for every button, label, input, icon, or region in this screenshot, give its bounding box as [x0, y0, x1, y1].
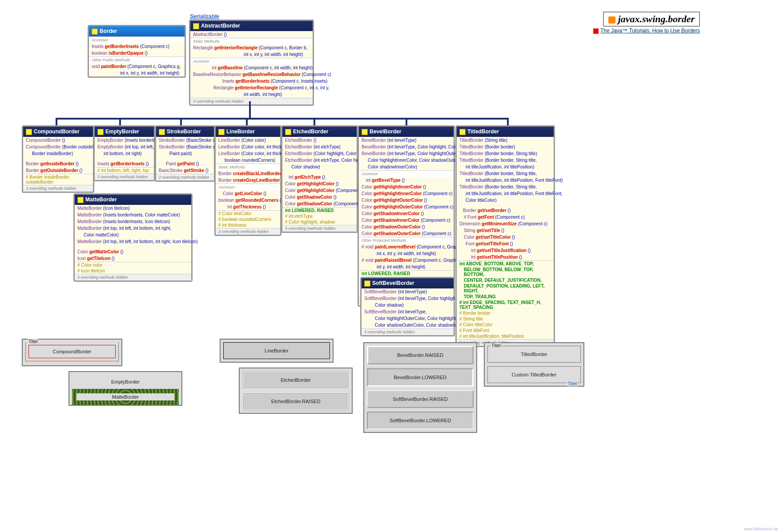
method-row[interactable]: Color getShadowInnerColor (Component c) [359, 217, 454, 224]
field-row: # boolean roundedCorners [216, 216, 280, 222]
method-row[interactable]: Rectangle getInteriorRectangle (Componen… [190, 44, 313, 51]
method-row[interactable]: BaselineResizeBehavior getBaselineResize… [190, 71, 313, 78]
ctor-row[interactable]: TitledBorder (String title) [457, 137, 554, 144]
method-row[interactable]: int getEtchType () [282, 174, 357, 180]
ctor-row[interactable]: TitledBorder (Border border, String titl… [457, 157, 554, 164]
ctor-row[interactable]: EtchedBorder (Color highlight, Color sha… [282, 150, 357, 157]
ctor-row[interactable]: EtchedBorder (int etchType) [282, 144, 357, 150]
titledborder-header[interactable]: TitledBorder [457, 127, 554, 137]
ctor-row[interactable]: EtchedBorder (int etchType, Color highli… [282, 157, 357, 164]
method-row[interactable]: String get/setTitle () [457, 227, 554, 234]
method-row[interactable]: boolean isBorderOpaque () [89, 50, 185, 56]
method-row[interactable]: # void paintRaisedBevel (Component c, Gr… [359, 257, 454, 264]
strokeborder-header[interactable]: StrokeBorder [156, 127, 214, 137]
method-row[interactable]: Color getHighlightInnerColor (Component … [359, 190, 454, 197]
method-row[interactable]: BasicStroke getStroke () [156, 167, 214, 174]
method-row[interactable]: int getBevelType () [359, 177, 454, 184]
const-row: int LOWERED, RAISED [282, 207, 357, 213]
method-row[interactable]: Border getInsideBorder () [23, 160, 93, 167]
demo-label: Custom TitledBorder [512, 372, 556, 377]
ctor-row[interactable]: TitledBorder (Border border) [457, 144, 554, 150]
softbevelborder-header[interactable]: SoftBevelBorder [362, 278, 454, 288]
ctor-row[interactable]: MatteBorder (int top, int left, int bott… [75, 225, 191, 232]
method-row[interactable]: Color getShadowColor (Component c) [282, 200, 357, 207]
matteborder-header[interactable]: MatteBorder [75, 195, 191, 205]
connector [314, 118, 315, 125]
method-row[interactable]: void paintBorder (Component c, Graphics … [89, 63, 185, 70]
ctor-row[interactable]: EmptyBorder (Insets borderInsets) [95, 137, 154, 144]
class-icon [285, 129, 291, 135]
method-row[interactable]: Color getShadowOuterColor () [359, 224, 454, 230]
compoundborder-header[interactable]: CompoundBorder [23, 127, 93, 137]
etchedborder-header[interactable]: EtchedBorder [282, 127, 357, 137]
bevelborder-header[interactable]: BevelBorder [359, 127, 454, 137]
method-row[interactable]: Rectangle getInteriorRectangle (Componen… [190, 84, 313, 91]
ctor-row[interactable]: CompoundBorder (Border outsideBorder, [23, 144, 93, 150]
method-row[interactable]: Color getHighlightInnerColor () [359, 184, 454, 190]
method-row[interactable]: Color getHighlightOuterColor () [359, 197, 454, 204]
method-row[interactable]: Border createBlackLineBorder () [216, 170, 280, 177]
ctor-cont: int titleJustification, int titlePositio… [457, 190, 554, 197]
ctor-row[interactable]: SoftBevelBorder (int bevelType, Color hi… [362, 295, 454, 302]
ctor-row[interactable]: BevelBorder (int bevelType, Color highli… [359, 150, 454, 157]
method-row[interactable]: Insets getBorderInsets () [95, 160, 154, 167]
method-row[interactable]: Color getLineColor () [216, 190, 280, 197]
ctor-cont: int titleJustification, int titlePositio… [457, 177, 554, 184]
method-row[interactable]: int get/setTitlePosition () [457, 254, 554, 260]
method-row[interactable]: Color getHighlightColor (Component c) [282, 187, 357, 194]
method-row[interactable]: Insets getBorderInsets (Component c, Ins… [190, 78, 313, 84]
method-row[interactable]: # Font getFont (Component c) [457, 214, 554, 220]
method-row[interactable]: Icon getTileIcon () [75, 255, 191, 262]
method-row[interactable]: Border createGrayLineBorder () [216, 177, 280, 184]
lineborder-header[interactable]: LineBorder [216, 127, 280, 137]
ctor-row[interactable]: TitledBorder (Border border, String titl… [457, 150, 554, 157]
method-row[interactable]: boolean getRoundedCorners () [216, 197, 280, 204]
ctor-row[interactable]: LineBorder (Color color, int thickness) [216, 144, 280, 150]
ctor-row[interactable]: MatteBorder (Insets borderInsets, Icon t… [75, 218, 191, 225]
field-row: # int bottom, left, right, top [95, 167, 154, 173]
border-header[interactable]: Border [89, 26, 185, 36]
method-row[interactable]: Color getShadowOuterColor (Component c) [359, 230, 454, 237]
tutorial-link[interactable]: The Java™ Tutorials: How to Use Borders [593, 28, 700, 34]
method-row[interactable]: Color getMatteColor () [75, 248, 191, 255]
method-row[interactable]: int get/setTitleJustification () [457, 247, 554, 254]
method-row[interactable]: Border getOutsideBorder () [23, 167, 93, 174]
method-row[interactable]: Font get/setTitleFont () [457, 240, 554, 247]
method-row[interactable]: # void paintLoweredBevel (Component c, G… [359, 244, 454, 250]
ctor-row[interactable]: LineBorder (Color color, int thickness, [216, 150, 280, 157]
ctor-row[interactable]: EtchedBorder () [282, 137, 357, 144]
method-row[interactable]: int getBaseline (Component c, int width,… [190, 64, 313, 71]
ctor-row[interactable]: SoftBevelBorder (int bevelType, [362, 308, 454, 315]
method-row[interactable]: Insets getBorderInsets (Component c) [89, 43, 185, 50]
emptyborder-header[interactable]: EmptyBorder [95, 127, 154, 137]
page-title: javax.swing.border [603, 12, 700, 27]
ctor-cont: Paint paint) [156, 150, 214, 157]
ctor-row[interactable]: StrokeBorder (BasicStroke stroke, [156, 144, 214, 150]
method-row[interactable]: Dimension getMinimumSize (Component c) [457, 220, 554, 227]
footer-hidden: 3 overriding methods hidden [362, 328, 454, 335]
ctor-row[interactable]: AbstractBorder () [190, 31, 313, 38]
ctor-row[interactable]: MatteBorder (int top, int left, int bott… [75, 238, 191, 245]
method-row[interactable]: Border get/setBorder () [457, 207, 554, 214]
abstractborder-header[interactable]: AbstractBorder [190, 21, 313, 31]
method-row[interactable]: Paint getPaint () [156, 160, 214, 167]
ctor-row[interactable]: TitledBorder (Border border, String titl… [457, 184, 554, 190]
ctor-row[interactable]: BevelBorder (int bevelType) [359, 137, 454, 144]
field-row: # Color lineColor [216, 210, 280, 216]
method-row[interactable]: Color get/setTitleColor () [457, 234, 554, 240]
ctor-row[interactable]: StrokeBorder (BasicStroke stroke) [156, 137, 214, 144]
ctor-row[interactable]: CompoundBorder () [23, 137, 93, 144]
ctor-row[interactable]: MatteBorder (Insets borderInsets, Color … [75, 212, 191, 218]
method-row[interactable]: Color getHighlightOuterColor (Component … [359, 204, 454, 210]
ctor-row[interactable]: BevelBorder (int bevelType, Color highli… [359, 144, 454, 150]
ctor-row[interactable]: LineBorder (Color color) [216, 137, 280, 144]
method-row[interactable]: Color getShadowInnerColor () [359, 210, 454, 217]
titledborder-name: TitledBorder [467, 128, 499, 135]
ctor-row[interactable]: SoftBevelBorder (int bevelType) [362, 288, 454, 295]
method-row[interactable]: int getThickness () [216, 204, 280, 210]
ctor-row[interactable]: MatteBorder (Icon tileIcon) [75, 205, 191, 212]
ctor-row[interactable]: EmptyBorder (int top, int left, [95, 144, 154, 150]
method-row[interactable]: Color getShadowColor () [282, 194, 357, 200]
method-row[interactable]: Color getHighlightColor () [282, 180, 357, 187]
ctor-row[interactable]: TitledBorder (Border border, String titl… [457, 170, 554, 177]
